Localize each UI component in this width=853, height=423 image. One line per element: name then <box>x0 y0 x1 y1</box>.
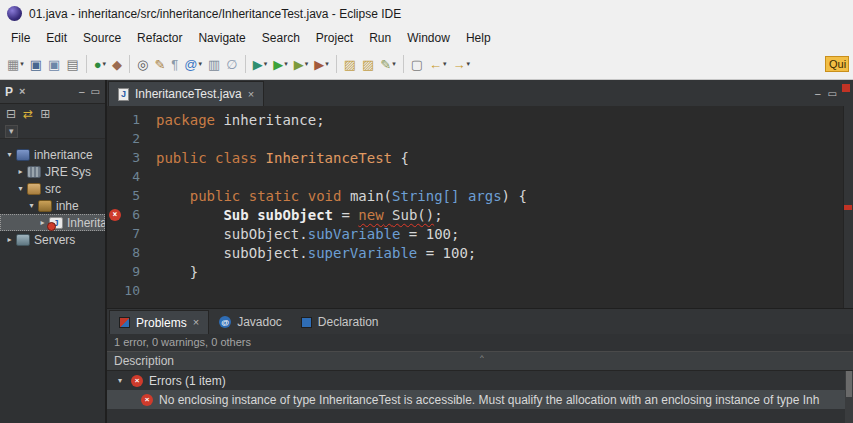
show-whitespace-icon[interactable]: ¶ <box>168 56 181 73</box>
tree-expanded-arrow-icon[interactable]: ▾ <box>4 150 15 159</box>
menu-file[interactable]: File <box>3 28 38 48</box>
code-editor[interactable]: 1package inheritance;23public class Inhe… <box>107 106 853 308</box>
toolbar-separator <box>403 55 404 73</box>
close-icon[interactable]: × <box>248 89 254 100</box>
tree-collapsed-arrow-icon[interactable]: ▸ <box>15 167 26 176</box>
save-icon[interactable]: ▣ <box>27 56 45 73</box>
menu-edit[interactable]: Edit <box>38 28 75 48</box>
problems-icon <box>119 317 130 328</box>
minimize-icon[interactable]: – <box>79 86 85 97</box>
line-number-gutter: 8 <box>107 245 149 260</box>
task-edit-icon[interactable]: ✎▾ <box>377 56 398 73</box>
build-all-icon[interactable]: ◆ <box>109 56 125 73</box>
tree-item-jre-sys[interactable]: ▸JRE Sys <box>0 163 105 180</box>
problems-group-errors[interactable]: ▾×Errors (1 item) <box>107 371 853 390</box>
title-bar: 01.java - inheritance/src/inheritance/In… <box>0 0 853 27</box>
search-icon[interactable]: ◎ <box>134 56 151 73</box>
close-icon[interactable]: × <box>193 317 199 328</box>
new-wizard-icon[interactable]: ▦▾ <box>4 56 27 73</box>
run-icon[interactable]: ▶▾ <box>270 56 291 73</box>
source-folder-icon <box>27 183 41 195</box>
error-annotation-tick[interactable] <box>844 205 852 210</box>
main-toolbar: ▦▾▣▣▤●▾◆◎✎¶@▾▥∅▶▾▶▾▶▾▶▾▨▨✎▾▢←▾→▾Qui <box>0 49 853 80</box>
quick-access-box[interactable]: Qui <box>825 56 849 72</box>
external-tools-icon[interactable]: ▶▾ <box>291 56 312 73</box>
line-number-gutter: ×6 <box>107 207 149 222</box>
open-type-icon[interactable]: ▨ <box>341 56 359 73</box>
code-line-7[interactable]: 7 subObject.subVariable = 100; <box>107 224 853 243</box>
code-line-2[interactable]: 2 <box>107 129 853 148</box>
problem-message: No enclosing instance of type Inheritanc… <box>159 393 853 407</box>
toolbar-separator <box>129 55 130 73</box>
maximize-icon[interactable]: ▭ <box>91 86 100 97</box>
description-column-header[interactable]: Description ^ <box>107 351 853 371</box>
back-arrow-icon[interactable]: ←▾ <box>426 56 450 73</box>
menu-refactor[interactable]: Refactor <box>129 28 190 48</box>
menu-window[interactable]: Window <box>399 28 458 48</box>
minimize-icon[interactable]: – <box>815 88 821 99</box>
view-menu-icon[interactable]: ▾ <box>5 125 18 138</box>
open-resource-icon[interactable]: ▨ <box>359 56 377 73</box>
tab-problems[interactable]: Problems× <box>109 310 209 334</box>
edit-pencil-icon[interactable]: ✎ <box>151 56 168 73</box>
coverage-icon[interactable]: ●▾ <box>91 56 109 73</box>
close-icon[interactable]: × <box>19 86 25 97</box>
menu-source[interactable]: Source <box>75 28 129 48</box>
tree-item-servers[interactable]: ▸Servers <box>0 231 105 248</box>
line-number-gutter: 4 <box>107 169 149 184</box>
print-icon[interactable]: ▤ <box>63 56 81 73</box>
code-line-4[interactable]: 4 <box>107 167 853 186</box>
mark-occurrences-icon[interactable]: ▥ <box>205 56 223 73</box>
code-line-9[interactable]: 9 } <box>107 262 853 281</box>
tab-javadoc[interactable]: @Javadoc <box>210 310 291 334</box>
profile-icon[interactable]: ▶▾ <box>311 56 332 73</box>
tree-expanded-arrow-icon[interactable]: ▾ <box>26 201 37 210</box>
collapse-all-icon[interactable]: ⊟ <box>6 108 16 120</box>
java-file-icon: J <box>49 217 63 229</box>
menu-project[interactable]: Project <box>308 28 361 48</box>
editor-tab-inheritancetest[interactable]: J InheritanceTest.java × <box>108 81 264 106</box>
tree-collapsed-arrow-icon[interactable]: ▸ <box>4 235 15 244</box>
overall-error-indicator <box>842 84 850 92</box>
declaration-icon <box>301 317 312 328</box>
tree-item-inheritance[interactable]: ▾inheritance <box>0 146 105 163</box>
package-explorer-view-tab[interactable]: P × <box>5 85 25 99</box>
dropdown-caret-icon: ▾ <box>392 60 396 68</box>
skip-breakpoints-icon[interactable]: ∅ <box>223 56 240 73</box>
sort-indicator-icon: ^ <box>480 353 484 362</box>
save-all-icon[interactable]: ▣ <box>45 56 63 73</box>
overview-ruler[interactable] <box>843 106 853 308</box>
code-line-6[interactable]: ×6 Sub subObject = new Sub(); <box>107 205 853 224</box>
package-explorer-title: P <box>5 85 13 99</box>
forward-arrow-icon[interactable]: →▾ <box>450 56 474 73</box>
menu-navigate[interactable]: Navigate <box>190 28 253 48</box>
code-line-3[interactable]: 3public class InheritanceTest { <box>107 148 853 167</box>
tree-item-inheritancetest-java[interactable]: ▸JInheritanceTest.java <box>0 214 105 231</box>
code-line-10[interactable]: 10 <box>107 281 853 300</box>
code-line-5[interactable]: 5 public static void main(String[] args)… <box>107 186 853 205</box>
link-with-editor-icon[interactable]: ⇄ <box>23 108 33 120</box>
jre-library-icon <box>27 166 41 178</box>
error-marker-icon[interactable]: × <box>109 209 121 221</box>
new-window-icon[interactable]: ▢ <box>408 56 426 73</box>
debug-icon[interactable]: ▶▾ <box>250 56 271 73</box>
problem-item[interactable]: ×No enclosing instance of type Inheritan… <box>107 390 853 409</box>
tree-item-inhe[interactable]: ▾inhe <box>0 197 105 214</box>
group-expanded-arrow-icon[interactable]: ▾ <box>115 376 125 385</box>
tree-expanded-arrow-icon[interactable]: ▾ <box>15 184 26 193</box>
annotations-icon[interactable]: @▾ <box>181 56 205 73</box>
problems-scrollbar[interactable] <box>845 371 853 423</box>
menu-help[interactable]: Help <box>458 28 499 48</box>
servers-icon <box>16 234 30 246</box>
tree-item-src[interactable]: ▾src <box>0 180 105 197</box>
focus-active-task-icon[interactable]: ⊞ <box>40 108 50 120</box>
menu-run[interactable]: Run <box>361 28 399 48</box>
menu-search[interactable]: Search <box>254 28 308 48</box>
explorer-filter-row: ▾ <box>0 124 105 139</box>
scrollbar-thumb[interactable] <box>846 371 852 397</box>
code-line-8[interactable]: 8 subObject.superVariable = 100; <box>107 243 853 262</box>
maximize-icon[interactable]: ▭ <box>828 88 837 99</box>
line-number-gutter: 7 <box>107 226 149 241</box>
code-line-1[interactable]: 1package inheritance; <box>107 110 853 129</box>
tab-declaration[interactable]: Declaration <box>292 310 388 334</box>
